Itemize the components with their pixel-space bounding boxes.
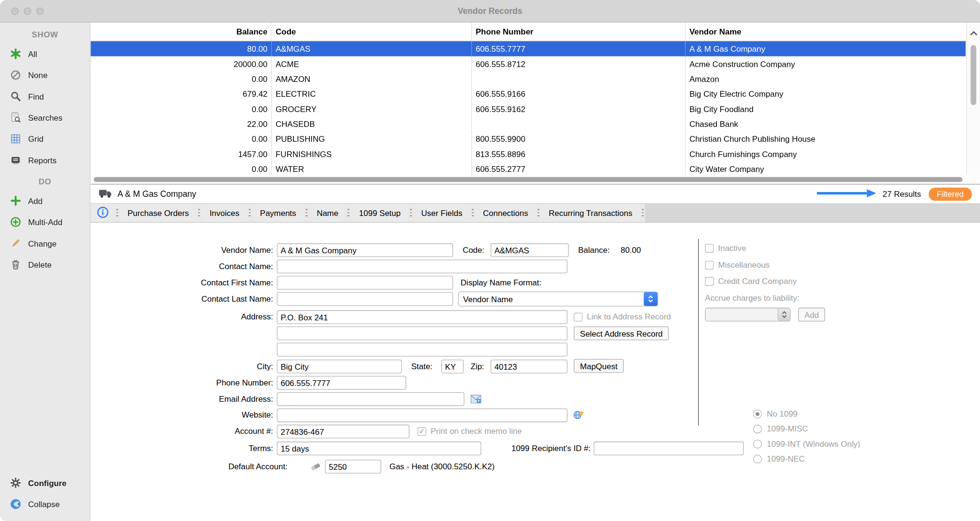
email-icon[interactable] — [469, 394, 482, 405]
tab-invoices[interactable]: Invoices — [201, 204, 247, 222]
tab-separator-handle[interactable] — [409, 204, 413, 222]
radio-circle[interactable] — [753, 425, 762, 433]
website-icon[interactable] — [572, 409, 585, 420]
dropdown-chevrons-icon[interactable] — [644, 292, 657, 306]
radio-1099-int[interactable]: 1099-INT (Windows Only) — [753, 438, 860, 450]
credit-card-company-checkbox[interactable]: Credit Card Company — [705, 274, 797, 288]
state-input[interactable] — [441, 360, 464, 374]
select-address-record-button[interactable]: Select Address Record — [574, 327, 669, 340]
table-row[interactable]: 1457.00 FURNISHINGS 813.555.8896 Church … — [90, 147, 966, 161]
default-account-input[interactable] — [325, 460, 381, 474]
tab-separator-handle[interactable] — [247, 204, 252, 222]
chevron-up-icon[interactable] — [969, 29, 978, 38]
sidebar-item-grid[interactable]: Grid — [0, 128, 90, 149]
table-row[interactable]: 0.00 PUBLISHING 800.555.9900 Christian C… — [90, 131, 966, 146]
sidebar-item-multi-add[interactable]: Multi-Add — [0, 211, 90, 232]
terms-input[interactable] — [277, 442, 481, 455]
tab-separator-handle[interactable] — [197, 204, 201, 222]
sidebar-item-find[interactable]: Find — [0, 86, 90, 107]
sidebar-item-all[interactable]: All — [0, 43, 90, 64]
info-tab[interactable] — [90, 204, 115, 222]
city-input[interactable] — [277, 360, 402, 374]
radio-circle[interactable] — [753, 455, 762, 464]
radio-1099-misc[interactable]: 1099-MISC — [753, 423, 808, 435]
column-header-vendor[interactable]: Vendor Name — [686, 23, 966, 41]
tab-name[interactable]: Name — [309, 204, 346, 222]
checkbox-box[interactable] — [574, 313, 582, 321]
accrue-add-button[interactable]: Add — [798, 308, 825, 322]
filtered-badge[interactable]: Filtered — [928, 187, 972, 200]
sidebar-item-add[interactable]: Add — [0, 190, 90, 211]
inactive-checkbox[interactable]: Inactive — [705, 241, 746, 255]
tab-1099-setup[interactable]: 1099 Setup — [351, 204, 409, 222]
tab-separator-handle[interactable] — [115, 204, 119, 222]
table-row[interactable]: 0.00 WATER 606.555.2777 City Water Compa… — [90, 161, 966, 175]
checkbox-box[interactable] — [705, 244, 713, 252]
print-memo-checkbox[interactable]: Print on check memo line — [417, 425, 522, 439]
checkbox-box[interactable] — [417, 427, 426, 436]
scrollbar-thumb[interactable] — [970, 45, 976, 105]
radio-circle[interactable] — [753, 440, 762, 448]
vendor-name-input[interactable] — [277, 243, 453, 257]
column-header-phone[interactable]: Phone Number — [472, 23, 686, 41]
tab-payments[interactable]: Payments — [252, 204, 304, 222]
radio-no-1099[interactable]: No 1099 — [753, 408, 798, 420]
radio-1099-nec[interactable]: 1099-NEC — [753, 453, 805, 465]
code-input[interactable] — [490, 243, 568, 257]
website-input[interactable] — [277, 408, 568, 422]
dropdown-chevrons-icon[interactable] — [778, 308, 790, 321]
recipient-id-input[interactable] — [594, 442, 744, 455]
zoom-button[interactable] — [36, 8, 44, 15]
table-row[interactable]: 0.00 AMAZON Amazon — [90, 71, 966, 86]
sidebar-item-none[interactable]: None — [0, 65, 90, 86]
tab-purchase-orders[interactable]: Purchase Orders — [119, 204, 197, 222]
contact-first-name-input[interactable] — [277, 276, 453, 290]
checkbox-box[interactable] — [705, 277, 713, 286]
tab-separator-handle[interactable] — [470, 204, 475, 222]
accrue-liability-dropdown[interactable] — [705, 308, 791, 322]
column-header-code[interactable]: Code — [272, 23, 472, 41]
checkbox-box[interactable] — [705, 261, 713, 270]
contact-name-input[interactable] — [277, 260, 568, 273]
display-name-format-dropdown[interactable]: Vendor Name — [458, 292, 658, 306]
vendor-records-window: Vendor Records SHOW All None F — [0, 0, 980, 521]
horizontal-scrollbar[interactable] — [90, 175, 980, 184]
tab-separator-handle[interactable] — [640, 204, 645, 222]
address-line1-input[interactable] — [277, 310, 568, 324]
email-input[interactable] — [277, 392, 465, 406]
miscellaneous-checkbox[interactable]: Miscellaneous — [705, 258, 769, 272]
tab-recurring-transactions[interactable]: Recurring Transactions — [541, 204, 641, 222]
zip-input[interactable] — [490, 360, 568, 374]
sidebar-item-collapse[interactable]: Collapse — [0, 494, 90, 515]
table-row[interactable]: 22.00 CHASEDB Chased Bank — [90, 116, 966, 131]
phone-input[interactable] — [277, 376, 406, 390]
tab-separator-handle[interactable] — [536, 204, 541, 222]
tab-connections[interactable]: Connections — [475, 204, 536, 222]
table-row[interactable]: 0.00 GROCERY 606.555.9162 Big City Foodl… — [90, 102, 966, 116]
minimize-button[interactable] — [24, 8, 32, 15]
contact-last-name-input[interactable] — [277, 292, 453, 306]
traffic-lights — [11, 8, 44, 15]
cell-phone: 606.555.8712 — [472, 57, 686, 71]
table-row[interactable]: 20000.00 ACME 606.555.8712 Acme Construc… — [90, 57, 966, 71]
account-number-input[interactable] — [277, 425, 410, 439]
vertical-scrollbar[interactable] — [966, 23, 980, 175]
address-line3-input[interactable] — [277, 343, 568, 357]
table-row[interactable]: 679.42 ELECTRIC 606.555.9166 Big City El… — [90, 86, 966, 101]
sidebar-item-reports[interactable]: Reports — [0, 149, 90, 170]
sidebar-item-change[interactable]: Change — [0, 233, 90, 254]
link-address-checkbox[interactable]: Link to Address Record — [574, 310, 671, 324]
tab-separator-handle[interactable] — [346, 204, 351, 222]
radio-circle[interactable] — [753, 410, 762, 419]
table-row[interactable]: 80.00 A&MGAS 606.555.7777 A & M Gas Comp… — [90, 41, 966, 56]
sidebar-item-searches[interactable]: Searches — [0, 107, 90, 128]
tab-user-fields[interactable]: User Fields — [413, 204, 470, 222]
address-line2-input[interactable] — [277, 327, 568, 340]
tab-separator-handle[interactable] — [304, 204, 309, 222]
close-button[interactable] — [11, 8, 19, 15]
sidebar-item-delete[interactable]: Delete — [0, 254, 90, 275]
account-lookup-icon[interactable] — [310, 461, 322, 473]
scrollbar-thumb[interactable] — [94, 177, 963, 182]
column-header-balance[interactable]: Balance — [90, 23, 272, 41]
sidebar-item-configure[interactable]: Configure — [0, 472, 90, 493]
